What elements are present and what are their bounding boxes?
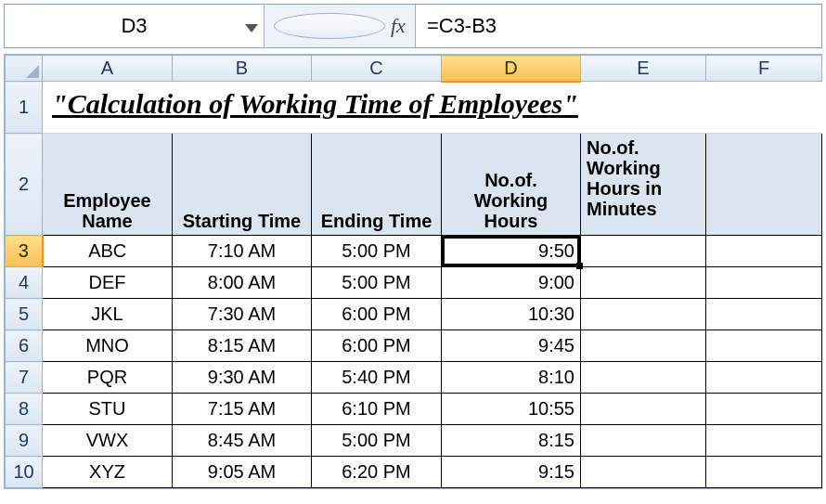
formula-bar: D3 fx — [4, 4, 822, 48]
cell-F10[interactable] — [706, 457, 822, 488]
row-header-3[interactable]: 3 — [6, 236, 43, 267]
col-header-D[interactable]: D — [442, 56, 581, 82]
cell-E10[interactable] — [581, 457, 706, 488]
cell-C3[interactable]: 5:00 PM — [312, 236, 442, 267]
table-row: 3ABC7:10 AM5:00 PM9:50 — [6, 236, 822, 267]
spreadsheet-grid: A B C D E F 1 "Calculation of Working Ti… — [4, 54, 822, 489]
cell-B4[interactable]: 8:00 AM — [173, 267, 312, 299]
row-header-4[interactable]: 4 — [6, 267, 43, 299]
header-working-minutes[interactable]: No.of. Working Hours in Minutes — [581, 134, 706, 236]
cell-C10[interactable]: 6:20 PM — [312, 457, 442, 488]
cell-F4[interactable] — [706, 267, 822, 299]
name-box-dropdown-icon[interactable] — [245, 14, 258, 38]
name-box[interactable]: D3 — [5, 5, 265, 47]
header-employee-name[interactable]: Employee Name — [43, 134, 173, 236]
cell-F3[interactable] — [706, 236, 822, 267]
header-starting-time[interactable]: Starting Time — [173, 134, 312, 236]
column-header-row: A B C D E F — [6, 56, 822, 82]
col-header-F[interactable]: F — [706, 56, 822, 82]
row-header-1[interactable]: 1 — [6, 82, 43, 134]
select-all-corner[interactable] — [6, 56, 43, 82]
cell-C5[interactable]: 6:00 PM — [312, 299, 442, 330]
cell-A10[interactable]: XYZ — [43, 457, 173, 488]
title-cell[interactable]: "Calculation of Working Time of Employee… — [43, 82, 822, 134]
table-row: 5JKL7:30 AM6:00 PM10:30 — [6, 299, 822, 330]
table-row: 10XYZ9:05 AM6:20 PM9:15 — [6, 457, 822, 488]
cell-D7[interactable]: 8:10 — [442, 362, 581, 394]
cell-E5[interactable] — [581, 299, 706, 330]
header-ending-time[interactable]: Ending Time — [312, 134, 442, 236]
row-header-9[interactable]: 9 — [6, 425, 43, 457]
cell-F7[interactable] — [706, 362, 822, 394]
cell-F6[interactable] — [706, 330, 822, 362]
cell-A3[interactable]: ABC — [43, 236, 173, 267]
cell-B5[interactable]: 7:30 AM — [173, 299, 312, 330]
cell-B3[interactable]: 7:10 AM — [173, 236, 312, 267]
row-header-7[interactable]: 7 — [6, 362, 43, 394]
cell-B8[interactable]: 7:15 AM — [173, 394, 312, 425]
header-working-hours[interactable]: No.of. Working Hours — [442, 134, 581, 236]
col-header-A[interactable]: A — [43, 56, 173, 82]
header-blank-F[interactable] — [706, 134, 822, 236]
cell-F5[interactable] — [706, 299, 822, 330]
table-row: 7PQR9:30 AM5:40 PM8:10 — [6, 362, 822, 394]
col-header-C[interactable]: C — [312, 56, 442, 82]
row-header-2[interactable]: 2 — [6, 134, 43, 236]
formula-input[interactable] — [416, 5, 821, 47]
table-row: 8STU7:15 AM6:10 PM10:55 — [6, 394, 822, 425]
cell-C6[interactable]: 6:00 PM — [312, 330, 442, 362]
row-header-10[interactable]: 10 — [6, 457, 43, 488]
cell-A6[interactable]: MNO — [43, 330, 173, 362]
cell-B9[interactable]: 8:45 AM — [173, 425, 312, 457]
cell-B7[interactable]: 9:30 AM — [173, 362, 312, 394]
cell-E6[interactable] — [581, 330, 706, 362]
cell-C4[interactable]: 5:00 PM — [312, 267, 442, 299]
cell-E7[interactable] — [581, 362, 706, 394]
cell-B10[interactable]: 9:05 AM — [173, 457, 312, 488]
row-1: 1 "Calculation of Working Time of Employ… — [6, 82, 822, 134]
row-header-5[interactable]: 5 — [6, 299, 43, 330]
cell-A5[interactable]: JKL — [43, 299, 173, 330]
cell-E4[interactable] — [581, 267, 706, 299]
cell-C8[interactable]: 6:10 PM — [312, 394, 442, 425]
cell-E8[interactable] — [581, 394, 706, 425]
fx-icon[interactable]: fx — [391, 14, 406, 38]
cell-D8[interactable]: 10:55 — [442, 394, 581, 425]
cell-D3[interactable]: 9:50 — [442, 236, 581, 267]
row-header-8[interactable]: 8 — [6, 394, 43, 425]
row-2: 2 Employee Name Starting Time Ending Tim… — [6, 134, 822, 236]
col-header-B[interactable]: B — [173, 56, 312, 82]
cell-A7[interactable]: PQR — [43, 362, 173, 394]
table-row: 4DEF8:00 AM5:00 PM9:00 — [6, 267, 822, 299]
cell-D6[interactable]: 9:45 — [442, 330, 581, 362]
cell-D9[interactable]: 8:15 — [442, 425, 581, 457]
cell-A4[interactable]: DEF — [43, 267, 173, 299]
table-row: 6MNO8:15 AM6:00 PM9:45 — [6, 330, 822, 362]
cell-D4[interactable]: 9:00 — [442, 267, 581, 299]
cell-E9[interactable] — [581, 425, 706, 457]
cell-E3[interactable] — [581, 236, 706, 267]
cell-B6[interactable]: 8:15 AM — [173, 330, 312, 362]
row-header-6[interactable]: 6 — [6, 330, 43, 362]
cell-C7[interactable]: 5:40 PM — [312, 362, 442, 394]
cell-F9[interactable] — [706, 425, 822, 457]
cell-F8[interactable] — [706, 394, 822, 425]
cell-A8[interactable]: STU — [43, 394, 173, 425]
cell-A9[interactable]: VWX — [43, 425, 173, 457]
cell-D10[interactable]: 9:15 — [442, 457, 581, 488]
col-header-E[interactable]: E — [581, 56, 706, 82]
cancel-enter-indicator — [274, 13, 385, 39]
table-row: 9VWX8:45 AM5:00 PM8:15 — [6, 425, 822, 457]
cell-D5[interactable]: 10:30 — [442, 299, 581, 330]
name-box-value: D3 — [121, 14, 147, 38]
fx-area: fx — [265, 5, 416, 47]
cell-C9[interactable]: 5:00 PM — [312, 425, 442, 457]
